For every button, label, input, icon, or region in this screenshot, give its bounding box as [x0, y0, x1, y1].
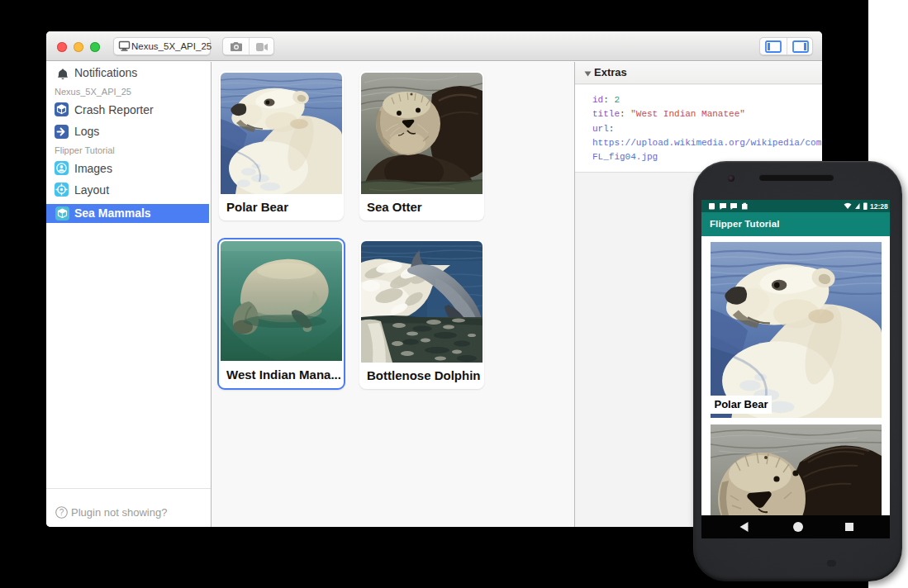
svg-text:?: ? — [59, 508, 64, 517]
svg-text:12:28: 12:28 — [870, 202, 888, 211]
